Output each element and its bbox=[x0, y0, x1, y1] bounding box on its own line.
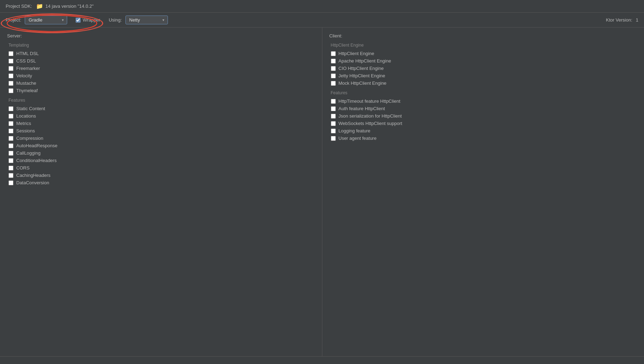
autohead-checkbox[interactable] bbox=[8, 143, 13, 148]
sdk-label: Project SDK: bbox=[6, 4, 32, 9]
json-serialization-label[interactable]: Json serialization for HttpClient bbox=[339, 113, 402, 119]
wrapper-label[interactable]: Wrapper bbox=[83, 17, 100, 23]
httptimeout-checkbox[interactable] bbox=[331, 99, 336, 104]
ktor-version-value: 1 bbox=[636, 17, 638, 23]
static-content-label[interactable]: Static Content bbox=[16, 106, 45, 111]
apache-httpclient-label[interactable]: Apache HttpClient Engine bbox=[339, 58, 391, 64]
httptimeout-label[interactable]: HttpTimeout feature HttpClient bbox=[339, 99, 400, 104]
locations-label[interactable]: Locations bbox=[16, 113, 36, 119]
list-item: Freemarker bbox=[7, 65, 315, 72]
list-item: Sessions bbox=[7, 127, 315, 135]
compression-label[interactable]: Compression bbox=[16, 136, 43, 141]
freemarker-checkbox[interactable] bbox=[8, 66, 13, 71]
httpclient-engine-section-label: HttpClient Engine bbox=[329, 43, 637, 48]
calllogging-label[interactable]: CallLogging bbox=[16, 150, 41, 156]
user-agent-feature-label[interactable]: User agent feature bbox=[339, 136, 377, 141]
mustache-checkbox[interactable] bbox=[8, 81, 13, 86]
conditional-headers-checkbox[interactable] bbox=[8, 158, 13, 163]
auth-feature-label[interactable]: Auth feature HttpClient bbox=[339, 106, 385, 111]
jetty-httpclient-checkbox[interactable] bbox=[331, 73, 336, 78]
project-select[interactable]: Gradle Maven None bbox=[25, 16, 67, 24]
autohead-label[interactable]: AutoHeadResponse bbox=[16, 143, 57, 148]
using-select-wrapper: Netty Jetty CIO Tomcat bbox=[125, 16, 168, 24]
features-section-label: Features bbox=[7, 98, 315, 103]
caching-headers-checkbox[interactable] bbox=[8, 173, 13, 178]
user-agent-feature-checkbox[interactable] bbox=[331, 136, 336, 141]
json-serialization-checkbox[interactable] bbox=[331, 114, 336, 119]
compression-checkbox[interactable] bbox=[8, 136, 13, 141]
ktor-version-label: Ktor Version: bbox=[606, 17, 632, 23]
css-dsl-checkbox[interactable] bbox=[8, 59, 13, 64]
list-item: Locations bbox=[7, 112, 315, 120]
list-item: CORS bbox=[7, 164, 315, 172]
auth-feature-checkbox[interactable] bbox=[331, 106, 336, 111]
conditional-headers-label[interactable]: ConditionalHeaders bbox=[16, 158, 57, 163]
main-content: Server: Templating HTML DSL CSS DSL Free… bbox=[0, 28, 644, 356]
server-panel-title: Server: bbox=[7, 33, 315, 38]
project-label: Project: bbox=[6, 17, 21, 23]
cors-label[interactable]: CORS bbox=[16, 165, 30, 171]
list-item: Mustache bbox=[7, 79, 315, 87]
metrics-checkbox[interactable] bbox=[8, 121, 13, 126]
mock-httpclient-label[interactable]: Mock HttpClient Engine bbox=[339, 80, 387, 86]
velocity-label[interactable]: Velocity bbox=[16, 73, 32, 78]
freemarker-label[interactable]: Freemarker bbox=[16, 66, 40, 71]
list-item: Jetty HttpClient Engine bbox=[329, 72, 637, 79]
cio-httpclient-label[interactable]: CIO HttpClient Engine bbox=[339, 66, 384, 71]
list-item: HttpClient Engine bbox=[329, 50, 637, 57]
sdk-icon: 📁 bbox=[36, 3, 43, 10]
list-item: DataConversion bbox=[7, 179, 315, 186]
mustache-label[interactable]: Mustache bbox=[16, 80, 36, 86]
websockets-support-label[interactable]: WebSockets HttpClient support bbox=[339, 121, 402, 126]
using-group: Using: Netty Jetty CIO Tomcat bbox=[109, 16, 168, 24]
data-conversion-label[interactable]: DataConversion bbox=[16, 180, 49, 185]
list-item: Static Content bbox=[7, 105, 315, 112]
list-item: Metrics bbox=[7, 120, 315, 127]
list-item: Mock HttpClient Engine bbox=[329, 79, 637, 87]
list-item: WebSockets HttpClient support bbox=[329, 120, 637, 127]
project-select-wrapper: Gradle Maven None bbox=[25, 16, 67, 24]
list-item: CachingHeaders bbox=[7, 172, 315, 179]
locations-checkbox[interactable] bbox=[8, 114, 13, 119]
cio-httpclient-checkbox[interactable] bbox=[331, 66, 336, 71]
list-item: Velocity bbox=[7, 72, 315, 79]
cors-checkbox[interactable] bbox=[8, 166, 13, 171]
using-select[interactable]: Netty Jetty CIO Tomcat bbox=[125, 16, 168, 24]
static-content-checkbox[interactable] bbox=[8, 106, 13, 111]
logging-feature-label[interactable]: Logging feature bbox=[339, 128, 370, 133]
mock-httpclient-checkbox[interactable] bbox=[331, 81, 336, 86]
wrapper-checkbox[interactable] bbox=[76, 18, 81, 23]
thymeleaf-label[interactable]: Thymeleaf bbox=[16, 88, 38, 93]
list-item: CSS DSL bbox=[7, 57, 315, 65]
velocity-checkbox[interactable] bbox=[8, 73, 13, 78]
html-dsl-label[interactable]: HTML DSL bbox=[16, 51, 39, 56]
using-label: Using: bbox=[109, 17, 122, 23]
httpclient-engine-checkbox[interactable] bbox=[331, 51, 336, 56]
list-item: Auth feature HttpClient bbox=[329, 105, 637, 112]
metrics-label[interactable]: Metrics bbox=[16, 121, 31, 126]
sessions-checkbox[interactable] bbox=[8, 129, 13, 133]
server-panel: Server: Templating HTML DSL CSS DSL Free… bbox=[0, 28, 322, 356]
list-item: ConditionalHeaders bbox=[7, 157, 315, 164]
list-item: Logging feature bbox=[329, 127, 637, 135]
data-conversion-checkbox[interactable] bbox=[8, 180, 13, 185]
sessions-label[interactable]: Sessions bbox=[16, 128, 35, 133]
jetty-httpclient-label[interactable]: Jetty HttpClient Engine bbox=[339, 73, 385, 78]
list-item: AutoHeadResponse bbox=[7, 142, 315, 149]
client-panel: Client: HttpClient Engine HttpClient Eng… bbox=[322, 28, 644, 356]
httpclient-engine-label[interactable]: HttpClient Engine bbox=[339, 51, 374, 56]
project-group: Project: Gradle Maven None bbox=[6, 16, 67, 24]
logging-feature-checkbox[interactable] bbox=[331, 129, 336, 133]
list-item: CIO HttpClient Engine bbox=[329, 65, 637, 72]
client-features-section-label: Features bbox=[329, 90, 637, 95]
css-dsl-label[interactable]: CSS DSL bbox=[16, 58, 36, 64]
list-item: Apache HttpClient Engine bbox=[329, 57, 637, 65]
calllogging-checkbox[interactable] bbox=[8, 151, 13, 156]
bottom-bar bbox=[0, 356, 644, 364]
apache-httpclient-checkbox[interactable] bbox=[331, 59, 336, 64]
html-dsl-checkbox[interactable] bbox=[8, 51, 13, 56]
thymeleaf-checkbox[interactable] bbox=[8, 88, 13, 93]
list-item: HttpTimeout feature HttpClient bbox=[329, 97, 637, 105]
websockets-support-checkbox[interactable] bbox=[331, 121, 336, 126]
caching-headers-label[interactable]: CachingHeaders bbox=[16, 173, 51, 178]
